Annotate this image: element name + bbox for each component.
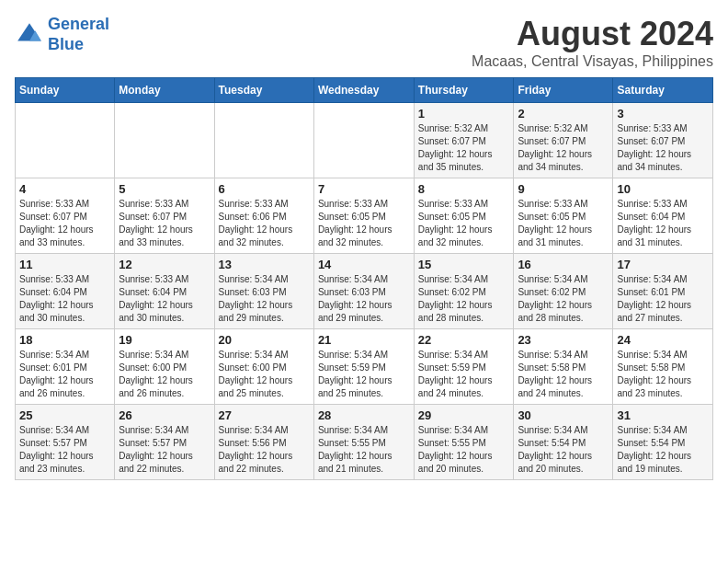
day-info: Sunrise: 5:34 AM Sunset: 6:00 PM Dayligh… — [119, 349, 210, 400]
day-info: Sunrise: 5:33 AM Sunset: 6:04 PM Dayligh… — [19, 273, 110, 325]
day-number: 16 — [518, 258, 609, 271]
weekday-header-sunday: Sunday — [16, 78, 115, 103]
day-number: 14 — [318, 258, 410, 271]
day-number: 5 — [119, 182, 210, 196]
day-info: Sunrise: 5:33 AM Sunset: 6:07 PM Dayligh… — [617, 122, 709, 174]
calendar-cell: 15Sunrise: 5:34 AM Sunset: 6:02 PM Dayli… — [414, 254, 514, 329]
day-info: Sunrise: 5:34 AM Sunset: 5:56 PM Dayligh… — [219, 424, 310, 476]
calendar-cell: 10Sunrise: 5:33 AM Sunset: 6:04 PM Dayli… — [613, 178, 713, 254]
weekday-header-saturday: Saturday — [613, 78, 713, 103]
calendar-cell: 23Sunrise: 5:34 AM Sunset: 5:58 PM Dayli… — [514, 329, 613, 405]
page-header: General Blue August 2024 Macaas, Central… — [15, 15, 713, 70]
calendar-cell: 16Sunrise: 5:34 AM Sunset: 6:02 PM Dayli… — [514, 254, 613, 329]
day-number: 1 — [418, 107, 510, 121]
weekday-header-tuesday: Tuesday — [214, 78, 313, 103]
calendar-cell: 28Sunrise: 5:34 AM Sunset: 5:55 PM Dayli… — [313, 405, 414, 480]
calendar-cell: 3Sunrise: 5:33 AM Sunset: 6:07 PM Daylig… — [613, 103, 713, 178]
day-info: Sunrise: 5:34 AM Sunset: 5:57 PM Dayligh… — [19, 424, 110, 476]
day-info: Sunrise: 5:34 AM Sunset: 6:02 PM Dayligh… — [418, 273, 510, 325]
calendar-cell: 4Sunrise: 5:33 AM Sunset: 6:07 PM Daylig… — [16, 178, 115, 254]
calendar-cell: 29Sunrise: 5:34 AM Sunset: 5:55 PM Dayli… — [414, 405, 514, 480]
day-number: 19 — [119, 333, 210, 347]
day-number: 6 — [219, 182, 310, 196]
calendar-cell: 11Sunrise: 5:33 AM Sunset: 6:04 PM Dayli… — [16, 254, 115, 329]
day-info: Sunrise: 5:34 AM Sunset: 6:01 PM Dayligh… — [617, 273, 709, 325]
logo-line2: Blue — [48, 35, 84, 53]
day-number: 21 — [318, 333, 410, 347]
day-number: 12 — [119, 258, 210, 271]
day-info: Sunrise: 5:33 AM Sunset: 6:05 PM Dayligh… — [518, 198, 609, 249]
weekday-header-thursday: Thursday — [414, 78, 514, 103]
day-number: 27 — [219, 408, 310, 422]
calendar-cell — [214, 103, 313, 178]
title-block: August 2024 Macaas, Central Visayas, Phi… — [472, 15, 713, 70]
day-info: Sunrise: 5:33 AM Sunset: 6:05 PM Dayligh… — [318, 198, 410, 249]
day-info: Sunrise: 5:33 AM Sunset: 6:04 PM Dayligh… — [617, 198, 709, 249]
day-info: Sunrise: 5:34 AM Sunset: 6:01 PM Dayligh… — [19, 349, 110, 400]
calendar-cell: 6Sunrise: 5:33 AM Sunset: 6:06 PM Daylig… — [214, 178, 313, 254]
calendar-cell: 8Sunrise: 5:33 AM Sunset: 6:05 PM Daylig… — [414, 178, 514, 254]
calendar-cell — [115, 103, 214, 178]
calendar-cell: 14Sunrise: 5:34 AM Sunset: 6:03 PM Dayli… — [313, 254, 414, 329]
day-number: 17 — [617, 258, 709, 271]
day-number: 25 — [19, 408, 110, 422]
calendar-cell: 30Sunrise: 5:34 AM Sunset: 5:54 PM Dayli… — [514, 405, 613, 480]
calendar-cell: 2Sunrise: 5:32 AM Sunset: 6:07 PM Daylig… — [514, 103, 613, 178]
calendar-cell: 17Sunrise: 5:34 AM Sunset: 6:01 PM Dayli… — [613, 254, 713, 329]
day-number: 10 — [617, 182, 709, 196]
calendar-table: SundayMondayTuesdayWednesdayThursdayFrid… — [15, 77, 713, 480]
day-info: Sunrise: 5:34 AM Sunset: 5:55 PM Dayligh… — [418, 424, 510, 476]
day-number: 18 — [19, 333, 110, 347]
day-number: 30 — [518, 408, 609, 422]
calendar-cell: 7Sunrise: 5:33 AM Sunset: 6:05 PM Daylig… — [313, 178, 414, 254]
calendar-cell: 18Sunrise: 5:34 AM Sunset: 6:01 PM Dayli… — [16, 329, 115, 405]
day-number: 2 — [518, 107, 609, 121]
day-number: 24 — [617, 333, 709, 347]
day-info: Sunrise: 5:34 AM Sunset: 5:59 PM Dayligh… — [418, 349, 510, 400]
day-number: 4 — [19, 182, 110, 196]
logo-line1: General — [48, 15, 109, 33]
calendar-cell: 31Sunrise: 5:34 AM Sunset: 5:54 PM Dayli… — [613, 405, 713, 480]
day-info: Sunrise: 5:32 AM Sunset: 6:07 PM Dayligh… — [518, 122, 609, 174]
day-info: Sunrise: 5:34 AM Sunset: 6:03 PM Dayligh… — [318, 273, 410, 325]
calendar-cell: 22Sunrise: 5:34 AM Sunset: 5:59 PM Dayli… — [414, 329, 514, 405]
day-info: Sunrise: 5:34 AM Sunset: 5:54 PM Dayligh… — [617, 424, 709, 476]
page-subtitle: Macaas, Central Visayas, Philippines — [472, 53, 713, 70]
calendar-cell: 5Sunrise: 5:33 AM Sunset: 6:07 PM Daylig… — [115, 178, 214, 254]
day-number: 29 — [418, 408, 510, 422]
weekday-header-monday: Monday — [115, 78, 214, 103]
calendar-cell: 27Sunrise: 5:34 AM Sunset: 5:56 PM Dayli… — [214, 405, 313, 480]
day-number: 31 — [617, 408, 709, 422]
page-title: August 2024 — [472, 15, 713, 53]
day-info: Sunrise: 5:34 AM Sunset: 5:55 PM Dayligh… — [318, 424, 410, 476]
calendar-cell: 21Sunrise: 5:34 AM Sunset: 5:59 PM Dayli… — [313, 329, 414, 405]
weekday-header-friday: Friday — [514, 78, 613, 103]
day-info: Sunrise: 5:34 AM Sunset: 6:03 PM Dayligh… — [219, 273, 310, 325]
calendar-cell: 12Sunrise: 5:33 AM Sunset: 6:04 PM Dayli… — [115, 254, 214, 329]
calendar-cell: 20Sunrise: 5:34 AM Sunset: 6:00 PM Dayli… — [214, 329, 313, 405]
calendar-cell: 1Sunrise: 5:32 AM Sunset: 6:07 PM Daylig… — [414, 103, 514, 178]
day-info: Sunrise: 5:33 AM Sunset: 6:04 PM Dayligh… — [119, 273, 210, 325]
calendar-cell: 25Sunrise: 5:34 AM Sunset: 5:57 PM Dayli… — [16, 405, 115, 480]
day-info: Sunrise: 5:33 AM Sunset: 6:07 PM Dayligh… — [119, 198, 210, 249]
day-number: 13 — [219, 258, 310, 271]
calendar-cell: 26Sunrise: 5:34 AM Sunset: 5:57 PM Dayli… — [115, 405, 214, 480]
day-number: 15 — [418, 258, 510, 271]
day-info: Sunrise: 5:34 AM Sunset: 6:02 PM Dayligh… — [518, 273, 609, 325]
calendar-cell — [313, 103, 414, 178]
day-info: Sunrise: 5:33 AM Sunset: 6:07 PM Dayligh… — [19, 198, 110, 249]
day-number: 8 — [418, 182, 510, 196]
day-info: Sunrise: 5:33 AM Sunset: 6:05 PM Dayligh… — [418, 198, 510, 249]
calendar-cell: 19Sunrise: 5:34 AM Sunset: 6:00 PM Dayli… — [115, 329, 214, 405]
day-info: Sunrise: 5:34 AM Sunset: 5:57 PM Dayligh… — [119, 424, 210, 476]
day-number: 28 — [318, 408, 410, 422]
calendar-cell: 13Sunrise: 5:34 AM Sunset: 6:03 PM Dayli… — [214, 254, 313, 329]
day-number: 9 — [518, 182, 609, 196]
day-info: Sunrise: 5:34 AM Sunset: 6:00 PM Dayligh… — [219, 349, 310, 400]
day-number: 22 — [418, 333, 510, 347]
day-number: 7 — [318, 182, 410, 196]
day-info: Sunrise: 5:34 AM Sunset: 5:58 PM Dayligh… — [518, 349, 609, 400]
day-number: 26 — [119, 408, 210, 422]
calendar-cell — [16, 103, 115, 178]
day-number: 23 — [518, 333, 609, 347]
